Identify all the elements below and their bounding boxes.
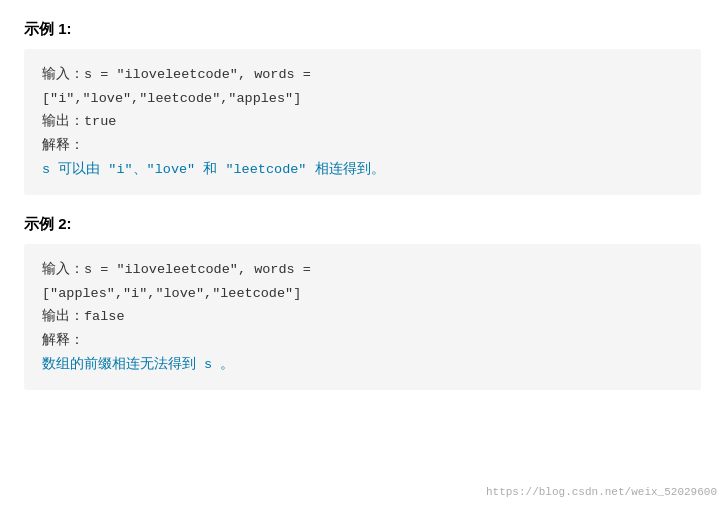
example-2-explanation-label: 解释： <box>42 329 683 353</box>
example-2-explanation-text: 数组的前缀相连无法得到 s 。 <box>42 353 683 377</box>
example-1-output: 输出：true <box>42 110 683 134</box>
example-1-title: 示例 1: <box>24 20 701 39</box>
watermark-text: https://blog.csdn.net/weix_52029600 <box>486 486 717 498</box>
example-2-input-line2: ["apples","i","love","leetcode"] <box>42 282 683 306</box>
example-2: 示例 2: 输入：s = "iloveleetcode", words = ["… <box>24 215 701 390</box>
example-1-code-block: 输入：s = "iloveleetcode", words = ["i","lo… <box>24 49 701 195</box>
example-2-code-block: 输入：s = "iloveleetcode", words = ["apples… <box>24 244 701 390</box>
example-2-input-line1: 输入：s = "iloveleetcode", words = <box>42 258 683 282</box>
example-2-output: 输出：false <box>42 305 683 329</box>
example-2-title: 示例 2: <box>24 215 701 234</box>
example-1: 示例 1: 输入：s = "iloveleetcode", words = ["… <box>24 20 701 195</box>
example-1-input-line2: ["i","love","leetcode","apples"] <box>42 87 683 111</box>
examples-container: 示例 1: 输入：s = "iloveleetcode", words = ["… <box>24 20 701 390</box>
example-1-explanation-text: s 可以由 "i"、"love" 和 "leetcode" 相连得到。 <box>42 158 683 182</box>
example-1-explanation-label: 解释： <box>42 134 683 158</box>
example-1-input-line1: 输入：s = "iloveleetcode", words = <box>42 63 683 87</box>
